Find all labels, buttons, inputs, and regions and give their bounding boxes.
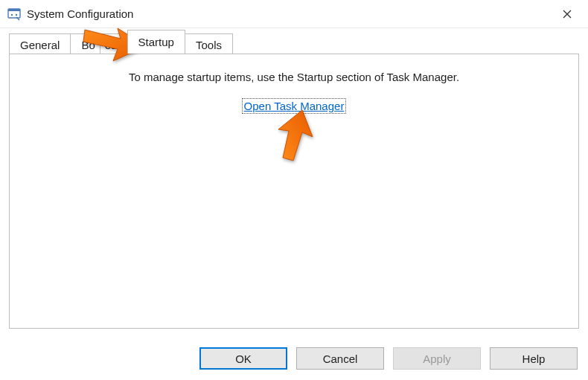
tab-services-fragment-right[interactable]: es: [100, 33, 128, 55]
msconfig-icon: [7, 7, 21, 21]
tab-panel-startup: To manage startup items, use the Startup…: [9, 54, 579, 329]
open-task-manager-link[interactable]: Open Task Manager: [243, 100, 345, 112]
apply-button: Apply: [393, 347, 481, 370]
tab-tools[interactable]: Tools: [185, 33, 233, 55]
tab-boot-fragment-left[interactable]: Bo: [70, 33, 100, 55]
ok-button[interactable]: OK: [199, 347, 287, 370]
svg-point-8: [16, 13, 17, 15]
svg-rect-6: [8, 9, 20, 11]
tab-general[interactable]: General: [9, 33, 71, 55]
cancel-button[interactable]: Cancel: [296, 347, 384, 370]
help-button[interactable]: Help: [490, 347, 578, 370]
svg-point-7: [11, 13, 13, 15]
tab-strip: General Bo es Startup Tools: [0, 28, 588, 54]
close-button[interactable]: [552, 4, 582, 25]
tab-startup[interactable]: Startup: [127, 30, 185, 54]
dialog-button-row: OK Cancel Apply Help: [199, 347, 578, 370]
close-icon: [563, 10, 572, 19]
titlebar: System Configuration: [0, 0, 588, 28]
window-title: System Configuration: [27, 7, 552, 20]
startup-instruction-text: To manage startup items, use the Startup…: [10, 71, 578, 83]
